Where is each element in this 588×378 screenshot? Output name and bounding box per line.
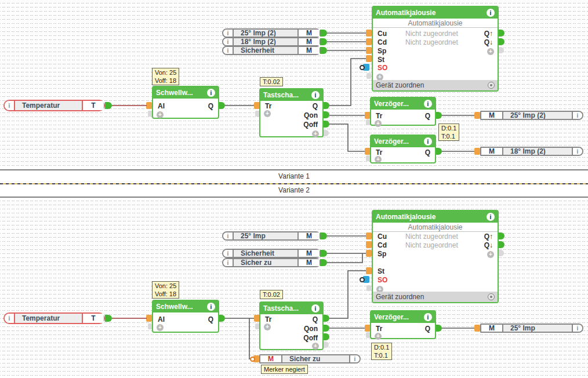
- add-input-button[interactable]: +: [264, 110, 271, 117]
- assign-device-button[interactable]: Gerät zuordnen: [373, 80, 498, 90]
- merker-negated-note[interactable]: Merker negiert: [261, 365, 308, 374]
- node-label: 18° Imp (2): [234, 38, 297, 45]
- assign-device-button[interactable]: Gerät zuordnen: [373, 292, 498, 302]
- node-info-icon[interactable]: i: [223, 30, 234, 37]
- output-node-18imp2-v1[interactable]: M 18° Imp (2) i: [480, 147, 583, 156]
- port-label-Cu: Cu: [378, 30, 387, 38]
- pushbutton-block-v1[interactable]: Tastscha... i Tr Q Qon Qoff + +: [259, 88, 324, 137]
- add-input-button[interactable]: +: [157, 111, 164, 118]
- threshold-block-v2[interactable]: Schwellw... i AI Q +: [152, 300, 219, 333]
- delay-block1-v1[interactable]: Verzöger... i Tr Q +: [370, 97, 436, 126]
- node-port-M: M: [297, 38, 320, 45]
- node-info-icon[interactable]: i: [223, 259, 234, 266]
- input-node-sicherzu-v2[interactable]: i Sicher zu M: [222, 258, 321, 267]
- block-header: Verzöger... i: [371, 98, 435, 110]
- port-label-Q: Q: [208, 315, 213, 324]
- shutter-block-v2[interactable]: Automatikjalousie i Automatikjalousie Cu…: [372, 210, 499, 303]
- port-label-Sp: Sp: [378, 250, 386, 259]
- so-connector-dot[interactable]: [360, 277, 365, 282]
- parameter-note-pushbutton-v1[interactable]: T:0.02: [260, 77, 283, 86]
- port-label-Q: Q: [425, 148, 430, 157]
- block-title: Verzöger...: [374, 313, 409, 321]
- port-label-Tr: Tr: [376, 325, 382, 333]
- node-info-icon[interactable]: i: [5, 101, 15, 110]
- node-info-icon[interactable]: i: [572, 112, 582, 119]
- shutter-block-v1[interactable]: Automatikjalousie i Automatikjalousie Cu…: [372, 6, 499, 92]
- info-icon[interactable]: i: [207, 303, 215, 311]
- input-node-sicherheit-v1[interactable]: i Sicherheit M: [222, 46, 321, 55]
- parameter-note-threshold-v2[interactable]: Von: 25 Voff: 18: [152, 281, 179, 299]
- node-port-M: M: [297, 259, 320, 266]
- node-info-icon[interactable]: i: [223, 232, 234, 239]
- add-input-button[interactable]: +: [264, 324, 271, 330]
- block-subtitle: Automatikjalousie: [373, 19, 498, 28]
- wire-sicherzu-to-sp-v2[interactable]: [327, 253, 362, 263]
- parameter-note-threshold-v1[interactable]: Von: 25 Voff: 18: [152, 68, 179, 85]
- input-node-temperatur-v2[interactable]: i Temperatur T: [3, 312, 105, 324]
- add-input-button[interactable]: +: [375, 120, 382, 127]
- add-input-button[interactable]: +: [375, 156, 382, 163]
- add-output-button[interactable]: +: [312, 130, 319, 137]
- input-node-25imp2-v1[interactable]: i 25° Imp (2) M: [222, 28, 321, 38]
- block-header: Schwellw... i: [153, 301, 218, 312]
- assign-device-label: Gerät zuordnen: [376, 81, 424, 89]
- node-info-icon[interactable]: i: [223, 250, 234, 257]
- info-icon[interactable]: i: [424, 313, 432, 321]
- gear-icon[interactable]: [488, 82, 495, 89]
- add-output-button[interactable]: +: [487, 48, 494, 55]
- output-node-25imp-v2[interactable]: M 25° Imp i: [480, 324, 583, 333]
- node-info-icon[interactable]: i: [5, 314, 15, 323]
- node-label: Temperatur: [15, 314, 82, 323]
- node-info-icon[interactable]: i: [572, 148, 582, 155]
- parameter-note-delay-v1[interactable]: D:0.1 T:0.1: [438, 123, 459, 141]
- node-port-M: M: [481, 148, 503, 155]
- port-label-Qup: Q↑: [484, 30, 493, 38]
- parameter-note-pushbutton-v2[interactable]: T:0.02: [260, 290, 283, 299]
- info-icon[interactable]: i: [311, 304, 320, 312]
- note-line: Voff: 18: [155, 290, 176, 298]
- output-node-25imp2-v1[interactable]: M 25° Imp (2) i: [480, 111, 583, 120]
- wire-qoff-to-delay2-v1[interactable]: [329, 124, 365, 151]
- port-label-SO: SO: [378, 64, 387, 72]
- note-line: Merker negiert: [264, 365, 305, 373]
- node-info-icon[interactable]: i: [349, 355, 360, 362]
- port-label-Q: Q: [425, 112, 430, 121]
- logic-editor-canvas: Variante 1 Variante 2 i Temperatur T i 2…: [0, 0, 588, 378]
- info-icon[interactable]: i: [424, 137, 432, 146]
- delay-block-v2[interactable]: Verzöger... i Tr Q +: [370, 310, 436, 339]
- info-icon[interactable]: i: [311, 91, 320, 99]
- gear-icon[interactable]: [488, 293, 495, 300]
- add-output-button[interactable]: +: [487, 251, 494, 258]
- delay-block2-v1[interactable]: Verzöger... i Tr Q +: [370, 135, 436, 163]
- add-output-button[interactable]: +: [312, 343, 319, 350]
- info-icon[interactable]: i: [207, 89, 215, 97]
- add-input-button[interactable]: +: [157, 324, 164, 331]
- threshold-block-v1[interactable]: Schwellw... i AI Q +: [152, 86, 219, 119]
- node-info-icon[interactable]: i: [223, 38, 234, 45]
- port-label-St: St: [378, 56, 384, 64]
- info-icon[interactable]: i: [487, 9, 495, 17]
- input-node-18imp2-v1[interactable]: i 18° Imp (2) M: [222, 37, 321, 46]
- input-node-25imp-v2[interactable]: i 25° Imp M: [222, 231, 321, 241]
- pushbutton-block-v2[interactable]: Tastscha... i Tr Q Qon Qoff + +: [259, 301, 324, 350]
- node-label: Sicherheit: [234, 47, 297, 54]
- so-connector-dot[interactable]: [360, 65, 365, 70]
- input-node-temperatur-v1[interactable]: i Temperatur T: [3, 100, 105, 111]
- node-info-icon[interactable]: i: [223, 47, 234, 54]
- negation-dot[interactable]: [250, 357, 255, 362]
- output-node-sicherzu-v2[interactable]: M Sicher zu i: [259, 354, 361, 364]
- add-input-button[interactable]: +: [375, 333, 382, 340]
- input-node-sicherheit-v2[interactable]: i Sicherheit M: [222, 249, 321, 258]
- port-label-Qdown: Q↓: [484, 38, 493, 47]
- node-label: Sicher zu: [234, 259, 297, 266]
- info-icon[interactable]: i: [424, 100, 432, 108]
- node-port-T: T: [82, 101, 104, 110]
- node-port-M: M: [297, 30, 320, 37]
- node-label: Sicher zu: [282, 355, 349, 362]
- wire-q-to-merker-v2[interactable]: [249, 318, 253, 359]
- port-label-Qoff: Qoff: [303, 334, 318, 343]
- node-info-icon[interactable]: i: [572, 325, 582, 332]
- info-icon[interactable]: i: [487, 213, 495, 221]
- node-port-M: M: [481, 325, 503, 332]
- parameter-note-delay-v2[interactable]: D:0.1 T:0.1: [371, 343, 392, 360]
